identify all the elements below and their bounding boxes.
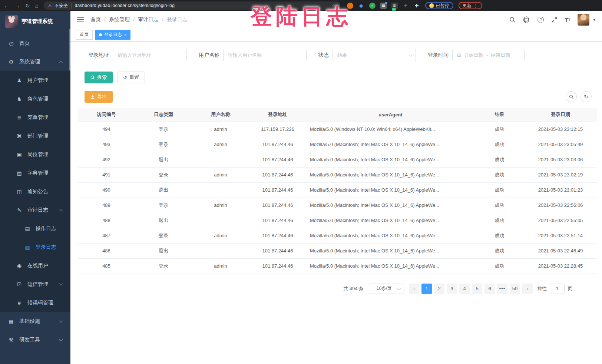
audit-log-icon: ✎ — [16, 207, 22, 213]
font-size-icon[interactable]: TT — [565, 17, 570, 23]
table-cell — [192, 243, 249, 258]
sidebar-item-dict-admin[interactable]: ▤字典管理 — [0, 164, 70, 182]
sidebar-item-home[interactable]: ◷首页 — [0, 34, 70, 53]
breadcrumb-separator: / — [162, 17, 163, 23]
dashboard-icon: ◷ — [8, 40, 14, 46]
login-time-range-picker[interactable]: ⊞ 开始日期 - 结束日期 — [452, 49, 525, 61]
sidebar-item-infrastructure[interactable]: ▦基础设施 — [0, 312, 70, 331]
table-cell: Mozilla/5.0 (Macintosh; Intel Mac OS X 1… — [306, 213, 475, 228]
fullscreen-icon[interactable] — [551, 17, 558, 23]
breadcrumb-item[interactable]: 审计日志 — [138, 16, 159, 23]
avatar[interactable] — [578, 14, 589, 26]
user-name-input[interactable]: 请输入用户名称 — [223, 49, 307, 61]
sidebar-item-notice[interactable]: ◫通知公告 — [0, 182, 70, 201]
page-button-1[interactable]: 1 — [421, 284, 432, 294]
table-cell: 101.87.244.46 — [249, 228, 306, 243]
github-icon[interactable] — [523, 16, 530, 23]
search-icon[interactable] — [509, 17, 516, 23]
table-row: 487登录admin101.87.244.46Mozilla/5.0 (Maci… — [78, 228, 597, 243]
table-cell: 101.87.244.46 — [249, 167, 306, 182]
sidebar-item-system-admin[interactable]: ⚙系统管理 — [0, 53, 70, 71]
login-log-icon: ▥ — [24, 244, 30, 250]
reset-button[interactable]: ↺ 重置 — [117, 72, 145, 83]
sidebar-item-post-admin[interactable]: ▣岗位管理 — [0, 145, 70, 164]
page-button-50[interactable]: 50 — [510, 284, 520, 294]
sidebar-item-operate-log[interactable]: ▤操作日志 — [0, 219, 70, 238]
more-pages-button[interactable]: ••• — [497, 284, 507, 294]
browser-forward-icon[interactable]: → — [14, 3, 20, 9]
tab-login-log[interactable]: 登录日志 × — [95, 30, 130, 40]
extensions-row: ◆ ✓ ▦ ≣on ⚘ ✚ — [347, 3, 420, 9]
security-label[interactable]: 不安全 — [55, 3, 72, 9]
extension-icon-3[interactable]: ✓ — [369, 3, 376, 9]
hide-search-icon[interactable] — [566, 91, 577, 102]
table-cell: 101.87.244.46 — [249, 213, 306, 228]
table-row: 493登录admin101.87.244.46Mozilla/5.0 (Maci… — [78, 137, 597, 152]
sidebar-item-dept-admin[interactable]: ⌘部门管理 — [0, 127, 70, 145]
sidebar-item-menu-admin[interactable]: ≣菜单管理 — [0, 108, 70, 127]
login-address-input[interactable]: 请输入登录地址 — [113, 49, 187, 61]
prev-page-button[interactable]: ‹ — [409, 284, 419, 294]
table-cell: 成功 — [475, 137, 524, 152]
page-button-4[interactable]: 4 — [459, 284, 470, 294]
table-tools: ↻ — [566, 91, 592, 102]
sidebar-item-dev-tools[interactable]: ⚒研发工具 — [0, 331, 70, 349]
page-button-3[interactable]: 3 — [447, 284, 457, 294]
extension-icon-2[interactable]: ◆ — [358, 3, 364, 9]
extension-icon-1[interactable] — [347, 3, 353, 9]
table-cell: 登录 — [135, 198, 192, 213]
chevron-up-icon — [59, 209, 63, 213]
sidebar-item-online-user[interactable]: ◉在线用户 — [0, 257, 70, 275]
browser-menu-icon[interactable]: ⋮ — [473, 3, 478, 9]
extension-icon-5[interactable]: ≣on — [391, 3, 398, 9]
page-button-6[interactable]: 6 — [484, 284, 495, 294]
url-text[interactable]: dashboard.yudao.iocoder.cn/system/log/lo… — [75, 3, 175, 8]
table-cell: 101.87.244.46 — [249, 137, 306, 152]
goto-page-input[interactable] — [550, 284, 565, 294]
notice-icon: ◫ — [16, 189, 22, 195]
status-select[interactable]: 结果 — [333, 49, 416, 61]
sidebar-item-login-log[interactable]: ▥登录日志 — [0, 238, 70, 257]
page-button-2[interactable]: 2 — [434, 284, 444, 294]
extension-icon-4[interactable]: ▦ — [380, 3, 387, 9]
export-button[interactable]: 导出 — [85, 91, 113, 103]
update-button[interactable]: 更新 ⋮ — [459, 2, 482, 9]
filter-actions: 搜索 ↺ 重置 — [77, 72, 597, 83]
header-actions: ? TT ▾ — [509, 14, 595, 26]
page-size-select[interactable]: 10条/页 — [369, 284, 404, 294]
online-user-icon: ◉ — [16, 263, 22, 269]
refresh-table-icon[interactable]: ↻ — [580, 91, 592, 102]
breadcrumb-item[interactable]: 首页 — [90, 16, 101, 23]
browser-reload-icon[interactable]: ↻ — [25, 3, 30, 9]
browser-back-icon[interactable]: ← — [4, 3, 9, 9]
sidebar-item-label: 研发工具 — [19, 337, 40, 343]
address-bar[interactable]: ⚠ 不安全 dashboard.yudao.iocoder.cn/system/… — [44, 1, 340, 10]
sidebar-item-role-admin[interactable]: ♞角色管理 — [0, 90, 70, 108]
sidebar-logo-row[interactable]: 芋道管理系统 — [0, 11, 70, 32]
sidebar-item-label: 登录日志 — [36, 244, 56, 251]
tab-close-icon[interactable]: × — [124, 33, 126, 37]
help-icon[interactable]: ? — [538, 17, 544, 23]
browser-home-icon[interactable]: ⌂ — [35, 3, 39, 9]
extensions-puzzle-icon[interactable]: ✚ — [414, 3, 420, 9]
extension-icon-6[interactable]: ⚘ — [403, 3, 409, 9]
table-cell: 491 — [78, 167, 135, 182]
table-cell: 2021-05-03 23:02:19 — [524, 167, 597, 182]
bookmark-star-icon[interactable]: ☆ — [331, 3, 336, 9]
sidebar-toggle-icon[interactable] — [77, 17, 84, 22]
table-cell: 成功 — [475, 228, 524, 243]
tab-bar: 首页 登录日志 × — [70, 28, 602, 42]
next-page-button[interactable]: › — [522, 284, 533, 294]
search-button[interactable]: 搜索 — [85, 72, 113, 83]
table-row: 485登录admin101.87.244.46Mozilla/5.0 (Maci… — [78, 258, 597, 274]
paused-badge[interactable]: 已暂停 — [425, 2, 453, 9]
avatar-caret-icon[interactable]: ▾ — [593, 17, 595, 22]
tab-home[interactable]: 首页 — [76, 30, 93, 40]
sidebar-item-audit-log[interactable]: ✎审计日志 — [0, 201, 70, 219]
sidebar-item-sms-admin[interactable]: ☑短信管理 — [0, 275, 70, 294]
sidebar-item-error-code-admin[interactable]: #错误码管理 — [0, 294, 70, 312]
breadcrumb-item[interactable]: 系统管理 — [109, 16, 130, 23]
table-cell: 成功 — [475, 122, 524, 137]
sidebar-item-user-admin[interactable]: ♟用户管理 — [0, 71, 70, 90]
page-button-5[interactable]: 5 — [472, 284, 482, 294]
